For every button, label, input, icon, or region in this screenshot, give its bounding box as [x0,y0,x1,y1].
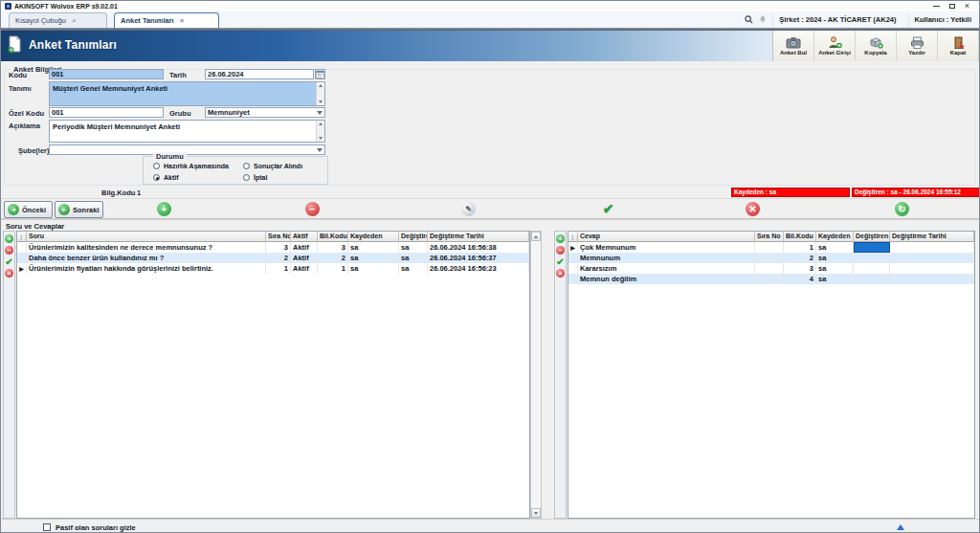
column-header[interactable]: Değiştirme Tarihi [890,232,974,242]
maximize-icon[interactable] [949,4,955,9]
person-entry-icon [828,36,842,49]
add-question-icon[interactable]: + [5,234,13,243]
cancel-icon[interactable]: ✕ [746,202,760,216]
bilg-kodu-value: 1 [137,189,141,197]
bilg-kodu-label: Bilg.Kodu [101,189,135,197]
cevap-table: ⋮⋮ Cevap Sıra No Bil.Kodu Kaydeden Değiş… [568,231,975,519]
refresh-icon[interactable]: ↻ [895,202,909,216]
pasif-gizle-checkbox[interactable] [43,523,51,531]
close-icon[interactable]: × [965,3,969,10]
kodu-input[interactable]: 001 [49,69,164,79]
tab-kisayol-cubugu[interactable]: Kısayol Çubuğu × [9,12,107,28]
tab-close-icon[interactable]: × [72,16,77,25]
durumu-label: Durumu [153,152,187,161]
scroll-up-icon[interactable] [319,122,323,125]
scroll-down-icon[interactable] [319,137,323,140]
prev-arrow-icon: ◄ [8,204,19,215]
aciklama-textarea[interactable]: Periyodik Müşteri Memnuniyet Anketi [49,120,325,143]
onceki-button[interactable]: ◄ Önceki [4,201,53,218]
ozel-kodu-input[interactable]: 001 [49,107,164,118]
camera-search-icon [786,36,801,49]
scroll-down-icon[interactable] [531,508,541,518]
app-window: AKINSOFT Wolvox ERP s9.02.01 × Kısayol Ç… [0,0,980,533]
post-question-icon[interactable]: ✔ [5,257,13,266]
radio-aktif[interactable] [153,174,160,181]
column-header[interactable]: Değiştiren [854,232,890,242]
tab-label: Kısayol Çubuğu [15,16,66,25]
anket-bul-button[interactable]: Anket Bul [773,31,814,61]
soru-cevap-grids: + − ✔ × ⋮⋮ Soru Sıra No Aktif Bil.Kodu K… [1,231,979,519]
collapse-panel-icon[interactable] [897,524,904,530]
column-header[interactable]: Bil.Kodu [784,232,816,242]
post-answer-icon[interactable]: ✔ [556,257,565,266]
edit-record-icon[interactable]: ✎ [461,202,476,216]
column-header[interactable]: Değiştirme Tarihi [428,232,529,242]
column-header[interactable]: Cevap [578,232,755,242]
survey-document-icon [8,35,22,54]
add-answer-icon[interactable]: + [556,234,565,243]
column-header[interactable]: Aktif [291,232,318,242]
confirm-icon[interactable]: ✔ [601,202,615,216]
kapat-button[interactable]: Kapat [938,31,979,61]
column-header[interactable]: Bil.Kodu [318,232,348,242]
section-title: Soru ve Cevaplar [6,222,64,231]
scroll-up-icon[interactable] [531,232,541,241]
section-header: Soru ve Cevaplar [1,219,979,231]
table-row[interactable]: Memnun değilim 4 sa [568,274,974,284]
row-marker-icon: ▶ [568,242,578,253]
add-record-icon[interactable]: + [157,202,171,216]
table-row[interactable]: Kararsızım 3 sa [568,263,974,274]
yazdir-button[interactable]: Yazdır [897,31,938,61]
aciklama-label: Açıklama [9,122,40,130]
scroll-up-icon[interactable] [319,84,323,87]
grubu-select[interactable]: Memnuniyet [205,107,325,118]
drag-dots-icon[interactable]: ⋮⋮ [17,232,27,242]
footer-bar: Pasif olan soruları gizle [1,519,979,533]
minimize-icon[interactable] [933,6,940,7]
column-header[interactable]: Kaydeden [348,232,399,242]
delete-record-icon[interactable]: − [305,202,320,216]
column-header[interactable]: Sıra No [266,232,291,242]
tab-label: Anket Tanımları [121,16,174,25]
anket-bilgileri-form: Anket Bilgileri Kodu 001 Tarih 26.06.202… [1,61,979,198]
kopyala-button[interactable]: Kopyala [856,31,897,61]
scroll-down-icon[interactable] [319,100,323,103]
delete-question-icon[interactable]: − [5,246,13,255]
radio-hazirlik[interactable] [153,163,160,169]
scrollbar[interactable] [316,82,324,105]
soru-table-scrollbar[interactable] [530,231,542,519]
table-row[interactable]: Ürünlerimizin kalitesinden ne derece mem… [17,242,529,253]
notification-bell-icon[interactable] [759,15,767,24]
table-row[interactable]: Memnunum 2 sa [568,253,974,263]
anket-girisi-button[interactable]: Anket Girişi [814,31,856,61]
column-header[interactable]: Değiştiren [399,232,428,242]
tarih-input[interactable]: 26.06.2024 [205,69,314,79]
next-arrow-icon: ► [58,204,70,215]
column-header[interactable]: Sıra No [755,232,784,242]
focused-cell[interactable] [854,242,890,253]
tanimi-textarea[interactable]: Müşteri Genel Memnuniyet Anketi [49,81,325,106]
title-bar: AKINSOFT Wolvox ERP s9.02.01 × [1,1,979,11]
tab-anket-tanimlari[interactable]: Anket Tanımları × [114,12,219,28]
cancel-question-icon[interactable]: × [5,269,13,278]
search-icon[interactable] [745,15,753,24]
table-row-selected[interactable]: ▶ Çok Memnunum 1 sa [568,242,974,253]
sonraki-button[interactable]: ► Sonraki [55,201,103,218]
table-row-selected[interactable]: ▶ Ürünlerimizin fiyatları hakkında görüş… [17,263,529,274]
page-title: Anket Tanımları [29,38,117,52]
subeler-select[interactable] [49,144,325,155]
column-header[interactable]: Soru [27,232,266,242]
calendar-icon[interactable] [315,69,325,79]
cancel-answer-icon[interactable]: × [556,269,565,278]
user-indicator[interactable]: Kullanıcı : Yetkili [908,12,977,28]
grubu-label: Grubu [169,109,191,118]
company-indicator[interactable]: Şirket : 2024 - AK TİCARET (AK24) [772,12,902,28]
radio-sonuclar[interactable] [243,163,250,169]
delete-answer-icon[interactable]: − [556,246,565,255]
tab-close-icon[interactable]: × [180,16,185,25]
drag-dots-icon[interactable]: ⋮⋮ [568,232,578,242]
radio-iptal[interactable] [243,174,250,181]
table-row[interactable]: Daha önce benzer ürün kullandınız mı ? 2… [17,253,529,263]
scrollbar[interactable] [316,121,324,142]
column-header[interactable]: Kaydeden [816,232,854,242]
